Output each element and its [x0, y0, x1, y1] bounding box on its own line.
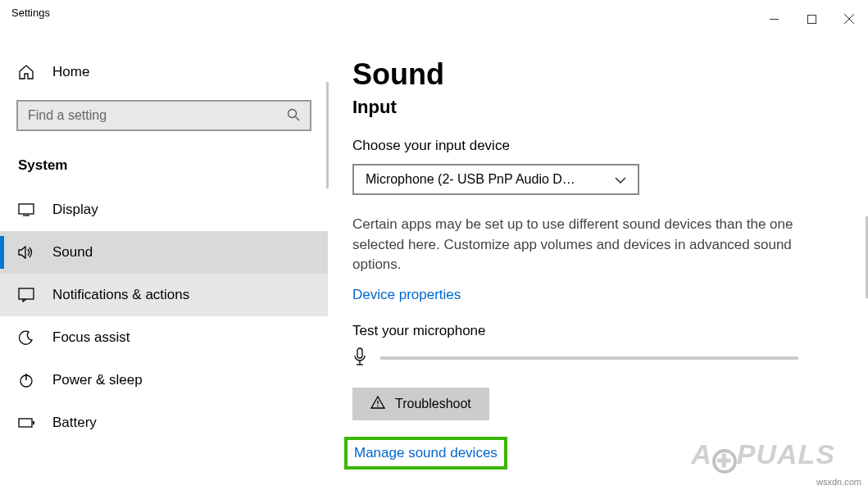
troubleshoot-label: Troubleshoot: [395, 397, 471, 411]
content-area: Sound Input Choose your input device Mic…: [328, 29, 868, 490]
test-mic-label: Test your microphone: [352, 323, 829, 339]
home-icon: [18, 65, 34, 79]
microphone-icon: [352, 347, 367, 370]
moon-icon: [18, 330, 34, 345]
svg-point-4: [289, 109, 297, 117]
sidebar-item-sound[interactable]: Sound: [0, 231, 328, 274]
choose-input-label: Choose your input device: [352, 138, 829, 154]
warning-icon: [370, 396, 385, 412]
page-title: Sound: [352, 57, 829, 92]
manage-devices-highlight: Manage sound devices: [344, 437, 507, 470]
minimize-button[interactable]: [755, 7, 793, 31]
home-nav[interactable]: Home: [0, 54, 328, 90]
svg-point-17: [377, 406, 379, 407]
section-title: System: [0, 151, 328, 188]
sidebar-item-label: Battery: [52, 415, 97, 431]
sidebar-item-label: Display: [52, 202, 98, 218]
sidebar-item-power-sleep[interactable]: Power & sleep: [0, 359, 328, 402]
close-button[interactable]: [830, 7, 868, 31]
page-subtitle: Input: [352, 97, 829, 118]
notifications-icon: [18, 288, 34, 302]
search-icon: [287, 108, 300, 124]
dropdown-value: Microphone (2- USB PnP Audio D…: [366, 172, 575, 187]
sidebar-item-display[interactable]: Display: [0, 188, 328, 231]
mic-level-bar: [380, 356, 798, 360]
svg-rect-8: [19, 288, 34, 299]
input-description: Certain apps may be set up to use differ…: [352, 215, 828, 275]
sidebar-item-label: Focus assist: [52, 329, 130, 346]
svg-rect-11: [19, 419, 32, 427]
svg-rect-12: [33, 421, 34, 424]
input-device-dropdown[interactable]: Microphone (2- USB PnP Audio D…: [352, 164, 639, 195]
maximize-button[interactable]: [793, 7, 830, 31]
troubleshoot-button[interactable]: Troubleshoot: [352, 388, 489, 420]
svg-line-5: [296, 116, 300, 120]
home-label: Home: [52, 64, 89, 80]
svg-rect-13: [357, 348, 362, 358]
search-box[interactable]: [16, 100, 311, 131]
chevron-down-icon: [615, 173, 626, 186]
display-icon: [18, 203, 34, 216]
power-icon: [18, 373, 34, 388]
sidebar-item-label: Notifications & actions: [52, 287, 189, 303]
device-properties-link[interactable]: Device properties: [352, 287, 461, 303]
svg-rect-6: [19, 204, 34, 214]
sidebar-item-notifications[interactable]: Notifications & actions: [0, 274, 328, 316]
sound-icon: [18, 246, 34, 259]
sidebar-item-label: Power & sleep: [52, 372, 143, 388]
battery-icon: [18, 418, 34, 428]
brand-watermark: A✚PUALS: [691, 438, 835, 474]
window-title: Settings: [11, 7, 50, 19]
svg-rect-1: [807, 15, 816, 23]
manage-sound-devices-link[interactable]: Manage sound devices: [354, 445, 498, 461]
sidebar-item-label: Sound: [52, 244, 93, 261]
sidebar-item-focus-assist[interactable]: Focus assist: [0, 316, 328, 359]
window-controls: [755, 7, 868, 31]
search-input[interactable]: [28, 108, 287, 123]
sidebar-item-battery[interactable]: Battery: [0, 402, 328, 444]
site-watermark: wsxdn.com: [816, 477, 861, 487]
sidebar: Home System Display Sound Notifica: [0, 29, 328, 490]
